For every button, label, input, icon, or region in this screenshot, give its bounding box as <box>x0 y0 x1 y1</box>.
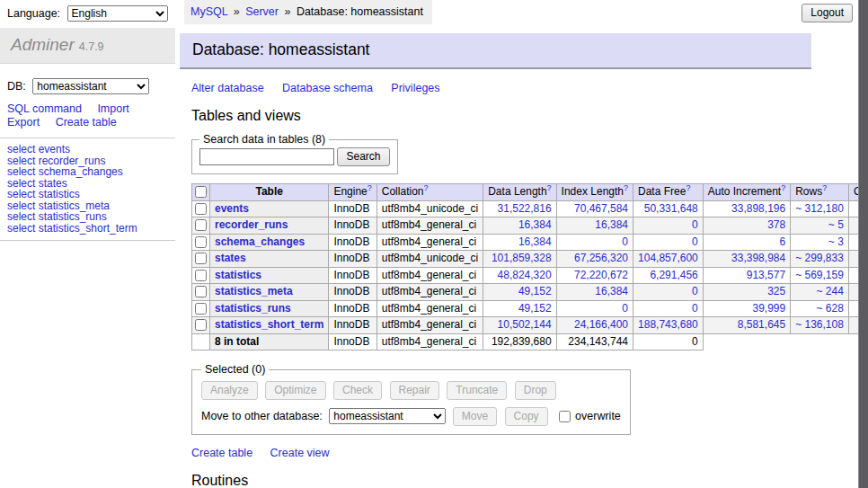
move-button[interactable]: Move <box>453 407 497 426</box>
sidebar-link-create-table[interactable]: Create table <box>56 116 117 129</box>
cell-auto-increment-link[interactable]: 378 <box>767 218 785 231</box>
help-link[interactable]: ? <box>423 183 428 192</box>
sidebar-link-export[interactable]: Export <box>7 116 40 129</box>
create-table-link[interactable]: Create table <box>191 447 252 459</box>
cell-auto-increment-link[interactable]: 39,999 <box>752 302 785 315</box>
table-link-recorder-runs[interactable]: recorder_runs <box>215 218 288 231</box>
cell-index-length-link[interactable]: 0 <box>622 235 628 248</box>
privileges-link[interactable]: Privileges <box>391 82 439 94</box>
cell-rows-link[interactable]: ~ 5 <box>828 218 844 231</box>
row-checkbox[interactable] <box>195 270 207 281</box>
breadcrumb-link-server[interactable]: Server <box>245 5 279 18</box>
table-link-statistics-short-term[interactable]: statistics_short_term <box>215 318 323 331</box>
cell-index-length-link[interactable]: 72,220,672 <box>574 269 628 281</box>
cell-rows-link[interactable]: ~ 244 <box>817 285 844 297</box>
cell-auto-increment-link[interactable]: 33,898,196 <box>731 202 785 215</box>
cell-auto-increment-link[interactable]: 33,398,984 <box>731 252 785 264</box>
cell-rows-link[interactable]: ~ 569,159 <box>795 269 844 281</box>
breadcrumb-link-mysql[interactable]: MySQL <box>190 5 227 18</box>
cell-rows-link[interactable]: ~ 3 <box>828 235 844 248</box>
language-select[interactable]: English <box>67 5 168 22</box>
row-checkbox[interactable] <box>195 203 207 215</box>
cell-data-free-link[interactable]: 0 <box>692 302 698 315</box>
cell-data-free-link[interactable]: 104,857,600 <box>638 252 698 264</box>
help-link[interactable]: ? <box>686 183 690 192</box>
search-input[interactable] <box>199 148 334 165</box>
help-link[interactable]: ? <box>368 183 372 192</box>
cell-auto-increment-link[interactable]: 913,577 <box>747 269 785 281</box>
copy-button[interactable]: Copy <box>505 407 548 426</box>
drop-button[interactable]: Drop <box>515 381 556 400</box>
row-checkbox[interactable] <box>195 319 207 331</box>
table-link-statistics-runs[interactable]: statistics_runs <box>215 302 291 315</box>
cell-data-length-link[interactable]: 49,152 <box>518 285 552 297</box>
alter-database-link[interactable]: Alter database <box>191 82 264 94</box>
move-database-select[interactable]: homeassistant <box>329 408 446 424</box>
table-link-statistics[interactable]: statistics <box>215 269 261 281</box>
repair-button[interactable]: Repair <box>390 381 439 400</box>
cell-data-length-link[interactable]: 31,522,816 <box>498 202 552 215</box>
table-link-schema-changes[interactable]: schema_changes <box>215 235 305 248</box>
sidebar-item-select-events[interactable]: select events <box>7 144 168 155</box>
ghost-cell <box>703 333 790 350</box>
analyze-button[interactable]: Analyze <box>201 381 258 400</box>
language-row: Language: English <box>0 0 175 26</box>
cell-data-length-link[interactable]: 10,502,144 <box>498 318 552 331</box>
row-checkbox[interactable] <box>195 236 207 248</box>
cell-index-length-link[interactable]: 16,384 <box>595 285 628 297</box>
cell-data-length-link[interactable]: 16,384 <box>518 235 552 248</box>
create-view-link[interactable]: Create view <box>270 447 330 459</box>
cell-auto-increment-link[interactable]: 325 <box>767 285 785 297</box>
cell-data-free-link[interactable]: 0 <box>692 235 698 248</box>
cell-collation: utf8mb4_general_ci <box>376 317 483 334</box>
sidebar-item-select-statistics-short-term[interactable]: select statistics_short_term <box>7 223 168 235</box>
logout-button[interactable]: Logout <box>802 4 853 22</box>
search-button[interactable]: Search <box>337 147 389 166</box>
row-checkbox[interactable] <box>195 303 207 315</box>
truncate-button[interactable]: Truncate <box>447 381 507 400</box>
database-schema-link[interactable]: Database schema <box>282 82 373 94</box>
sidebar-item-select-statistics-runs[interactable]: select statistics_runs <box>7 211 168 223</box>
cell-index-length-link[interactable]: 24,166,400 <box>574 318 628 331</box>
sidebar-link-sql-command[interactable]: SQL command <box>7 102 82 116</box>
cell-auto-increment-link[interactable]: 8,581,645 <box>738 318 785 331</box>
sidebar-link-import[interactable]: Import <box>97 102 128 116</box>
cell-data-free-link[interactable]: 0 <box>692 218 698 231</box>
row-checkbox[interactable] <box>195 253 207 264</box>
cell-index-length-link[interactable]: 70,467,584 <box>574 202 628 215</box>
select-all-checkbox[interactable] <box>195 186 207 198</box>
optimize-button[interactable]: Optimize <box>265 381 325 400</box>
db-select[interactable]: homeassistant <box>32 78 149 94</box>
cell-rows-link[interactable]: ~ 628 <box>817 302 844 315</box>
cell-data-free-link[interactable]: 50,331,648 <box>644 202 698 215</box>
cell-data-free-link[interactable]: 6,291,456 <box>650 269 697 281</box>
table-link-events[interactable]: events <box>215 202 249 215</box>
check-button[interactable]: Check <box>333 381 382 400</box>
row-checkbox[interactable] <box>195 219 207 231</box>
sidebar-item-select-schema-changes[interactable]: select schema_changes <box>7 166 168 178</box>
cell-data-length-link[interactable]: 16,384 <box>518 218 552 231</box>
sidebar-item-select-statistics[interactable]: select statistics <box>7 189 168 200</box>
help-link[interactable]: ? <box>547 183 552 192</box>
row-checkbox[interactable] <box>195 286 207 297</box>
cell-rows-link[interactable]: ~ 136,108 <box>795 318 844 331</box>
vertical-scrollbar[interactable] <box>858 0 868 488</box>
table-link-states[interactable]: states <box>215 252 246 264</box>
help-link[interactable]: ? <box>624 183 628 192</box>
cell-index-length-link[interactable]: 16,384 <box>595 218 628 231</box>
cell-index-length-link[interactable]: 67,256,320 <box>574 252 628 264</box>
help-link[interactable]: ? <box>781 183 785 192</box>
cell-data-length-link[interactable]: 101,859,328 <box>492 252 552 264</box>
help-link[interactable]: ? <box>822 183 827 192</box>
cell-auto-increment-link[interactable]: 6 <box>779 235 785 248</box>
table-link-statistics-meta[interactable]: statistics_meta <box>215 285 293 297</box>
cell-data-free-link[interactable]: 188,743,680 <box>638 318 698 331</box>
cell-index-length-link[interactable]: 0 <box>622 302 628 315</box>
overwrite-checkbox[interactable] <box>559 411 571 422</box>
cell-data-length-link[interactable]: 48,824,320 <box>498 269 552 281</box>
cell-data-length-link[interactable]: 49,152 <box>518 302 552 315</box>
cell-data-free-link[interactable]: 0 <box>692 285 698 297</box>
adminer-brand: Adminer4.7.9 <box>0 28 175 64</box>
cell-rows-link[interactable]: ~ 312,180 <box>795 202 844 215</box>
cell-rows-link[interactable]: ~ 299,833 <box>795 252 844 264</box>
